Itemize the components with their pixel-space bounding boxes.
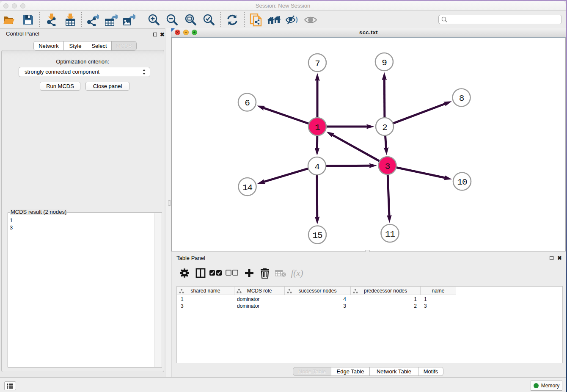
svg-text:2: 2 bbox=[382, 123, 387, 133]
svg-text:9: 9 bbox=[382, 58, 387, 68]
svg-text:4: 4 bbox=[314, 162, 319, 172]
svg-text:3: 3 bbox=[385, 162, 390, 171]
svg-text:6: 6 bbox=[245, 98, 250, 108]
svg-text:10: 10 bbox=[457, 177, 467, 187]
svg-text:14: 14 bbox=[242, 183, 253, 193]
svg-text:1: 1 bbox=[315, 123, 320, 133]
svg-text:15: 15 bbox=[312, 231, 322, 240]
svg-text:8: 8 bbox=[459, 94, 464, 103]
svg-text:7: 7 bbox=[315, 59, 320, 69]
svg-text:11: 11 bbox=[385, 229, 395, 239]
